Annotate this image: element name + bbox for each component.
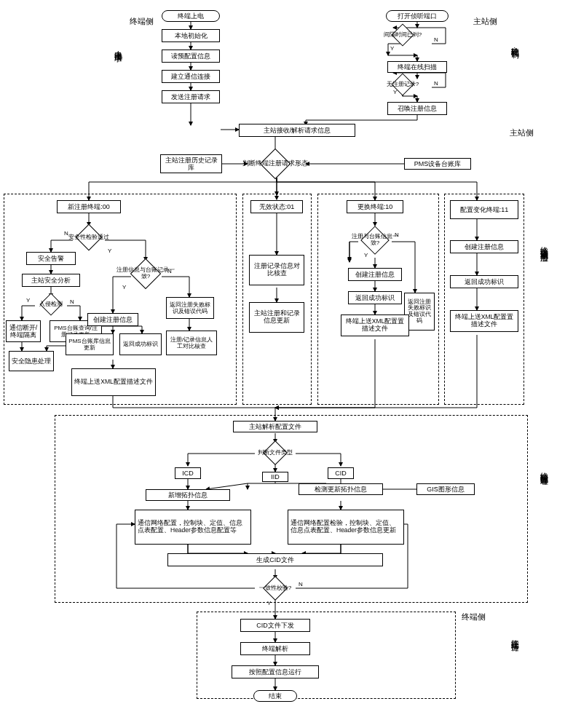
node-cfg-change: 配置变化终端:11	[450, 200, 518, 219]
node-new-reg: 新注册终端:00	[57, 200, 121, 213]
node-master-hist: 主站注册历史记录库	[160, 154, 222, 173]
node-ret-succ3: 返回成功标识	[450, 275, 518, 288]
node-pms-ledger: PMS设备台账库	[404, 158, 471, 170]
label-master-poll: 主站轮询机制	[510, 40, 521, 44]
node-call-reg: 召唤注册信息	[387, 102, 447, 115]
node-upload-xml3: 终端上送XML配置置描述文件	[450, 310, 518, 332]
node-sec-alarm: 安全告警	[26, 252, 76, 265]
node-read-precfg: 读预配置信息	[162, 50, 220, 63]
node-power-on: 终端上电	[162, 10, 220, 22]
node-iid: IID	[262, 472, 288, 482]
node-run-by-cfg: 按照配置信息运行	[232, 665, 319, 678]
label-terminal-cfg-mgmt: 终端运行配置管理	[539, 466, 550, 472]
node-replace: 更换终端:10	[347, 200, 403, 213]
node-invalid: 无效状态:01	[250, 200, 303, 213]
node-online-scan: 终端在线扫描	[387, 61, 447, 73]
lbl-y2: Y	[393, 89, 397, 95]
dash-cfg-change	[444, 194, 524, 405]
node-comm-cfg2: 通信网络配置检验，控制块、定值、信息点表配置、Header参数信息更新	[288, 510, 404, 545]
label-master-side-mid: 主站侧	[510, 127, 534, 138]
dash-terminal-normal	[197, 612, 456, 699]
node-sec-hidden: 安全隐患处理	[9, 351, 54, 371]
lbl-y1: Y	[390, 45, 394, 52]
node-ret-succ1: 返回成功标识	[119, 333, 162, 355]
node-upload-xml2: 终端上送XML配置置描述文件	[341, 314, 409, 336]
lbl-y5: Y	[122, 284, 126, 290]
node-cid: CID	[328, 467, 354, 479]
lbl-n4: N	[70, 298, 74, 305]
lbl-y6: Y	[364, 252, 368, 258]
lbl-n1: N	[434, 36, 438, 43]
node-ret-succ2: 返回成功标识	[348, 291, 402, 304]
label-power-on-reg: 上电注册请求	[113, 44, 124, 48]
node-send-reg-req: 发送注册请求	[162, 90, 220, 103]
lbl-n7: N	[299, 581, 303, 587]
label-terminal-auto-id: 终端接入自动识别与注册	[539, 240, 550, 248]
dash-cfg-mgmt	[55, 415, 528, 603]
node-master-sec-anly: 主站安全分析	[22, 274, 80, 287]
node-reg-compare: 注册记录信息对比核查	[249, 255, 304, 285]
lbl-n3: N	[64, 230, 68, 237]
node-check-topo: 检测更新拓扑信息	[299, 483, 383, 495]
label-terminal-side: 终端侧	[130, 16, 154, 27]
node-term-parse: 终端解析	[240, 642, 310, 655]
node-reg-manual: 注册/记录信息人工对比核查	[166, 331, 217, 355]
node-cid-down: CID文件下发	[240, 619, 310, 632]
node-ret-fail1: 返回注册失败标识及错误代码	[166, 297, 214, 319]
node-pms-update: PMS台账库信息更新	[66, 333, 114, 355]
lbl-y4: Y	[26, 297, 30, 304]
node-master-reg-update: 主站注册和记录信息更新	[249, 302, 304, 333]
node-create-reg2: 创建注册信息	[348, 268, 402, 281]
lbl-n2: N	[434, 80, 438, 87]
label-terminal-side2: 终端侧	[462, 612, 486, 622]
node-create-reg1: 创建注册信息	[87, 313, 138, 326]
node-gis: GIS图形信息	[416, 483, 475, 495]
node-comm-cfg1: 通信网络配置，控制块、定值、信息点表配置、Header参数信息配置等	[135, 510, 251, 545]
lbl-n5: N	[167, 268, 172, 274]
node-parse-config: 主站解析配置文件	[233, 421, 317, 432]
node-gen-cid: 生成CID文件	[167, 553, 383, 566]
node-icd: ICD	[175, 467, 201, 479]
node-add-topo: 新增拓扑信息	[146, 489, 230, 501]
dash-invalid	[242, 194, 312, 405]
node-master-recv: 主站接收/解析请求信息	[239, 124, 355, 137]
node-upload-xml1: 终端上送XML配置描述文件	[71, 368, 156, 396]
node-local-init: 本地初始化	[162, 29, 220, 42]
lbl-y3: Y	[108, 248, 111, 254]
label-terminal-normal: 终端正常运行	[510, 633, 521, 638]
node-end: 结束	[253, 690, 297, 702]
node-establish-comm: 建立通信连接	[162, 70, 220, 83]
node-open-listen: 打开侦听端口	[386, 10, 449, 22]
lbl-y7: Y	[267, 600, 271, 606]
label-master-side-top: 主站侧	[473, 16, 497, 27]
node-comm-disc: 通信断开/终端隔离	[6, 320, 41, 342]
node-create-reg3: 创建注册信息	[450, 240, 518, 253]
lbl-n6: N	[395, 232, 399, 238]
